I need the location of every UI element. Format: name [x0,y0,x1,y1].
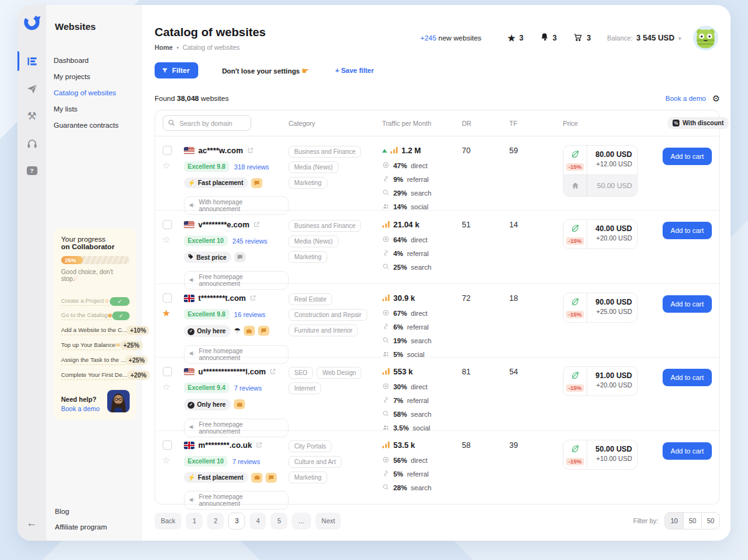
row-checkbox[interactable] [163,293,172,303]
progress-task[interactable]: Add a Website to the C...+10% [61,326,130,335]
column-price[interactable]: Price [563,120,651,127]
reviews-link[interactable]: 7 reviews [233,458,260,465]
progress-task[interactable]: Go to the Catalog◉✓ [61,311,130,320]
chat-icon[interactable] [234,252,246,262]
progress-task[interactable]: Top up Your Balance✉+25% [61,341,130,350]
domain-link[interactable]: u**************l.com [198,368,266,376]
rail-help-icon[interactable]: ? [17,157,46,184]
collaborator-logo-icon[interactable] [21,11,42,32]
rail-dashboard-icon[interactable] [17,47,46,75]
price-card: -15% 50.00 USD +10.00 USD [563,440,638,470]
briefcase-icon[interactable] [234,399,245,409]
external-link-icon[interactable] [253,219,260,230]
next-button[interactable]: Next [315,513,342,529]
reviews-link[interactable]: 16 reviews [234,311,266,318]
country-flag-icon [184,295,194,302]
favorite-star-icon[interactable]: ☆ [162,455,184,465]
breadcrumb-home[interactable]: Home [155,44,173,51]
gear-icon[interactable]: ⚙ [712,93,720,103]
back-button[interactable]: Back [155,513,181,529]
progress-task[interactable]: Create a Project☺✓ [61,297,130,306]
page-button[interactable]: 2 [207,513,224,529]
book-demo-link[interactable]: Book a demo [61,405,100,412]
balance-dropdown[interactable]: Balance: 3 545 USD ▾ [607,34,681,42]
page-button[interactable]: 4 [249,513,266,529]
per-page-option[interactable]: 50 [683,513,701,529]
notifications-counter[interactable]: 3 [540,32,557,44]
table-row: ☆ v********e.com Excellent 10 245 review… [155,210,719,283]
rail-tools-icon[interactable]: ⚒ [17,102,46,130]
sidebar-link-blog[interactable]: Blog [55,508,136,515]
per-page-option[interactable]: 50 [701,513,719,529]
task-done-check-icon[interactable]: ✓ [110,297,130,306]
domain-link[interactable]: v********e.com [198,221,249,229]
briefcase-icon[interactable] [251,473,262,483]
collapse-sidebar-icon[interactable]: ← [27,517,37,529]
per-page-option[interactable]: 10 [665,513,683,529]
sidebar-item-my-lists[interactable]: My lists [54,105,136,113]
traffic-total: 30.9 k [382,293,462,304]
row-checkbox[interactable] [163,367,172,376]
reviews-link[interactable]: 7 reviews [234,384,262,392]
external-link-icon[interactable] [269,366,276,377]
add-to-cart-button[interactable]: Add to cart [663,222,712,239]
page-button[interactable]: 5 [271,513,287,529]
add-to-cart-button[interactable]: Add to cart [663,442,712,460]
chat-icon[interactable] [251,178,262,188]
favorite-star-icon[interactable]: ☆ [162,235,184,244]
sidebar-item-my-projects[interactable]: My projects [54,73,136,81]
external-link-icon[interactable] [256,440,262,451]
announcement-badge: Free homepage announcement [184,271,289,290]
save-filter-link[interactable]: + Save filter [335,67,374,74]
row-checkbox[interactable] [163,220,172,229]
sidebar-link-affiliate-program[interactable]: Affiliate program [55,523,136,531]
add-to-cart-button[interactable]: Add to cart [663,369,712,386]
briefcase-icon[interactable] [244,326,255,336]
ellipsis-button[interactable]: … [292,513,311,529]
book-demo-link-top[interactable]: Book a demo [666,95,706,102]
reviews-link[interactable]: 318 reviews [234,163,269,171]
rail-send-icon[interactable] [17,75,46,102]
progress-task[interactable]: Complete Your First De...+20% [61,371,130,380]
cart-counter[interactable]: 3 [573,32,591,44]
progress-caption: Good choice, don't stop☄ [61,268,130,282]
domain-link[interactable]: m********.co.uk [198,441,252,450]
add-to-cart-button[interactable]: Add to cart [663,295,712,313]
sidebar-item-catalog-of-websites[interactable]: Catalog of websites [54,89,136,97]
chevron-down-icon: ▾ [678,35,681,42]
external-link-icon[interactable] [249,293,256,304]
chat-icon[interactable] [258,326,269,336]
row-checkbox[interactable] [163,146,172,155]
progress-subtitle-bold: on Collaborator [61,243,130,250]
page-button[interactable]: 1 [186,513,203,529]
leaf-icon [570,297,580,309]
announcement-badge: Free homepage announcement [184,345,289,364]
page-button[interactable]: 3 [228,513,245,529]
add-to-cart-button[interactable]: Add to cart [663,148,712,165]
user-avatar[interactable] [691,24,720,52]
filter-button[interactable]: Filter [155,62,198,78]
chat-icon[interactable] [266,473,277,483]
search-input[interactable] [163,115,251,131]
with-discount-toggle[interactable]: % With discount [668,117,729,129]
favorites-counter[interactable]: ★ 3 [507,33,523,43]
tag-icon [188,254,194,261]
sidebar-item-guarantee-contracts[interactable]: Guarantee contracts [54,121,136,130]
row-checkbox[interactable] [163,440,172,450]
favorite-star-icon[interactable]: ☆ [162,161,184,170]
column-dr[interactable]: DR [462,120,509,127]
social-icon [382,201,390,212]
domain-link[interactable]: ac****w.com [198,146,243,155]
domain-link[interactable]: t********t.com [198,294,246,303]
external-link-icon[interactable] [247,145,254,156]
sidebar-item-dashboard[interactable]: Dashboard [54,57,136,65]
rail-support-icon[interactable] [17,130,46,157]
referral-icon [382,321,390,333]
column-tf[interactable]: TF [509,120,563,127]
reviews-link[interactable]: 245 reviews [233,237,267,245]
favorite-star-icon[interactable]: ★ [162,308,184,318]
favorite-star-icon[interactable]: ☆ [162,382,184,391]
task-done-check-icon[interactable]: ✓ [112,311,130,320]
new-websites-note: +245 new websites [420,34,481,42]
progress-task[interactable]: Assign the Task to the ...+25% [61,356,130,365]
